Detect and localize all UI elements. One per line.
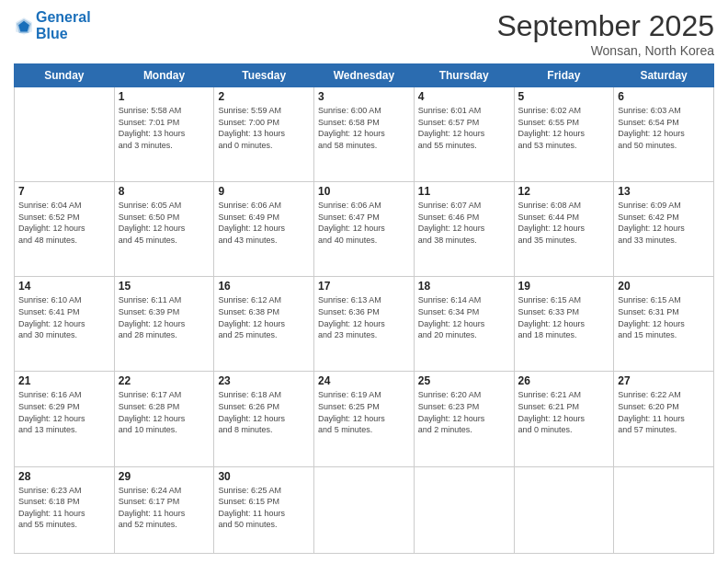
calendar-header-row: SundayMondayTuesdayWednesdayThursdayFrid… — [15, 64, 714, 87]
calendar-week-row: 28Sunrise: 6:23 AM Sunset: 6:18 PM Dayli… — [15, 466, 714, 553]
day-number: 24 — [318, 374, 410, 387]
day-info: Sunrise: 6:23 AM Sunset: 6:18 PM Dayligh… — [18, 485, 110, 531]
day-info: Sunrise: 6:07 AM Sunset: 6:46 PM Dayligh… — [418, 200, 510, 246]
day-number: 14 — [18, 280, 110, 293]
day-info: Sunrise: 6:25 AM Sunset: 6:15 PM Dayligh… — [218, 485, 310, 531]
day-number: 5 — [518, 90, 610, 103]
calendar-cell: 7Sunrise: 6:04 AM Sunset: 6:52 PM Daylig… — [15, 182, 115, 277]
day-number: 18 — [418, 280, 510, 293]
calendar-cell: 14Sunrise: 6:10 AM Sunset: 6:41 PM Dayli… — [15, 277, 115, 372]
day-info: Sunrise: 6:06 AM Sunset: 6:47 PM Dayligh… — [318, 200, 410, 246]
day-number: 2 — [218, 90, 310, 103]
day-info: Sunrise: 6:11 AM Sunset: 6:39 PM Dayligh… — [119, 294, 210, 340]
day-number: 10 — [318, 185, 410, 198]
title-block: September 2025 Wonsan, North Korea — [496, 9, 714, 58]
calendar-cell: 22Sunrise: 6:17 AM Sunset: 6:28 PM Dayli… — [114, 372, 214, 466]
calendar-cell — [314, 466, 415, 553]
day-info: Sunrise: 6:04 AM Sunset: 6:52 PM Dayligh… — [18, 200, 110, 246]
calendar-week-row: 1Sunrise: 5:58 AM Sunset: 7:01 PM Daylig… — [15, 87, 714, 182]
day-number: 1 — [119, 90, 210, 103]
day-info: Sunrise: 6:06 AM Sunset: 6:49 PM Dayligh… — [218, 200, 310, 246]
day-header-wednesday: Wednesday — [314, 64, 415, 87]
calendar-cell: 20Sunrise: 6:15 AM Sunset: 6:31 PM Dayli… — [614, 277, 714, 372]
day-number: 3 — [318, 90, 410, 103]
calendar-cell: 16Sunrise: 6:12 AM Sunset: 6:38 PM Dayli… — [214, 277, 314, 372]
day-header-sunday: Sunday — [15, 64, 115, 87]
calendar-cell — [414, 466, 514, 553]
calendar-cell: 17Sunrise: 6:13 AM Sunset: 6:36 PM Dayli… — [314, 277, 415, 372]
calendar-week-row: 14Sunrise: 6:10 AM Sunset: 6:41 PM Dayli… — [15, 277, 714, 372]
day-header-thursday: Thursday — [414, 64, 514, 87]
day-number: 6 — [618, 90, 710, 103]
day-info: Sunrise: 6:19 AM Sunset: 6:25 PM Dayligh… — [318, 389, 410, 435]
calendar-cell: 21Sunrise: 6:16 AM Sunset: 6:29 PM Dayli… — [15, 372, 115, 466]
calendar-cell: 11Sunrise: 6:07 AM Sunset: 6:46 PM Dayli… — [414, 182, 514, 277]
day-info: Sunrise: 6:00 AM Sunset: 6:58 PM Dayligh… — [318, 105, 410, 151]
calendar-cell: 19Sunrise: 6:15 AM Sunset: 6:33 PM Dayli… — [514, 277, 614, 372]
day-info: Sunrise: 6:15 AM Sunset: 6:33 PM Dayligh… — [518, 294, 610, 340]
calendar-cell: 5Sunrise: 6:02 AM Sunset: 6:55 PM Daylig… — [514, 87, 614, 182]
calendar-cell: 12Sunrise: 6:08 AM Sunset: 6:44 PM Dayli… — [514, 182, 614, 277]
calendar-week-row: 7Sunrise: 6:04 AM Sunset: 6:52 PM Daylig… — [15, 182, 714, 277]
calendar-cell: 27Sunrise: 6:22 AM Sunset: 6:20 PM Dayli… — [614, 372, 714, 466]
calendar-cell: 4Sunrise: 6:01 AM Sunset: 6:57 PM Daylig… — [414, 87, 514, 182]
day-number: 25 — [418, 374, 510, 387]
day-number: 4 — [418, 90, 510, 103]
calendar-cell: 29Sunrise: 6:24 AM Sunset: 6:17 PM Dayli… — [114, 466, 214, 553]
header: General Blue September 2025 Wonsan, Nort… — [14, 9, 714, 58]
day-number: 15 — [119, 280, 210, 293]
day-info: Sunrise: 5:59 AM Sunset: 7:00 PM Dayligh… — [218, 105, 310, 151]
day-number: 22 — [119, 374, 210, 387]
calendar-cell: 10Sunrise: 6:06 AM Sunset: 6:47 PM Dayli… — [314, 182, 415, 277]
calendar-cell: 2Sunrise: 5:59 AM Sunset: 7:00 PM Daylig… — [214, 87, 314, 182]
month-title: September 2025 — [496, 9, 714, 43]
day-number: 26 — [518, 374, 610, 387]
day-number: 17 — [318, 280, 410, 293]
calendar-cell: 6Sunrise: 6:03 AM Sunset: 6:54 PM Daylig… — [614, 87, 714, 182]
logo-text: General Blue — [36, 9, 91, 41]
calendar-cell: 18Sunrise: 6:14 AM Sunset: 6:34 PM Dayli… — [414, 277, 514, 372]
calendar-cell: 24Sunrise: 6:19 AM Sunset: 6:25 PM Dayli… — [314, 372, 415, 466]
location: Wonsan, North Korea — [496, 43, 714, 58]
calendar-cell: 15Sunrise: 6:11 AM Sunset: 6:39 PM Dayli… — [114, 277, 214, 372]
calendar-cell: 9Sunrise: 6:06 AM Sunset: 6:49 PM Daylig… — [214, 182, 314, 277]
day-info: Sunrise: 6:08 AM Sunset: 6:44 PM Dayligh… — [518, 200, 610, 246]
day-info: Sunrise: 5:58 AM Sunset: 7:01 PM Dayligh… — [119, 105, 210, 151]
day-info: Sunrise: 6:24 AM Sunset: 6:17 PM Dayligh… — [119, 485, 210, 531]
day-number: 27 — [618, 374, 710, 387]
calendar-cell: 25Sunrise: 6:20 AM Sunset: 6:23 PM Dayli… — [414, 372, 514, 466]
calendar-cell: 3Sunrise: 6:00 AM Sunset: 6:58 PM Daylig… — [314, 87, 415, 182]
day-number: 23 — [218, 374, 310, 387]
day-info: Sunrise: 6:09 AM Sunset: 6:42 PM Dayligh… — [618, 200, 710, 246]
day-number: 29 — [119, 470, 210, 483]
calendar-week-row: 21Sunrise: 6:16 AM Sunset: 6:29 PM Dayli… — [15, 372, 714, 466]
day-info: Sunrise: 6:17 AM Sunset: 6:28 PM Dayligh… — [119, 389, 210, 435]
day-header-monday: Monday — [114, 64, 214, 87]
logo: General Blue — [14, 9, 91, 41]
day-number: 28 — [18, 470, 110, 483]
day-number: 21 — [18, 374, 110, 387]
day-info: Sunrise: 6:05 AM Sunset: 6:50 PM Dayligh… — [119, 200, 210, 246]
day-info: Sunrise: 6:02 AM Sunset: 6:55 PM Dayligh… — [518, 105, 610, 151]
day-number: 7 — [18, 185, 110, 198]
day-info: Sunrise: 6:16 AM Sunset: 6:29 PM Dayligh… — [18, 389, 110, 435]
calendar-cell: 13Sunrise: 6:09 AM Sunset: 6:42 PM Dayli… — [614, 182, 714, 277]
day-info: Sunrise: 6:20 AM Sunset: 6:23 PM Dayligh… — [418, 389, 510, 435]
day-number: 9 — [218, 185, 310, 198]
calendar-cell: 26Sunrise: 6:21 AM Sunset: 6:21 PM Dayli… — [514, 372, 614, 466]
day-header-saturday: Saturday — [614, 64, 714, 87]
calendar-cell: 30Sunrise: 6:25 AM Sunset: 6:15 PM Dayli… — [214, 466, 314, 553]
day-number: 8 — [119, 185, 210, 198]
day-info: Sunrise: 6:14 AM Sunset: 6:34 PM Dayligh… — [418, 294, 510, 340]
day-info: Sunrise: 6:01 AM Sunset: 6:57 PM Dayligh… — [418, 105, 510, 151]
day-number: 13 — [618, 185, 710, 198]
day-info: Sunrise: 6:03 AM Sunset: 6:54 PM Dayligh… — [618, 105, 710, 151]
day-number: 20 — [618, 280, 710, 293]
logo-icon — [14, 16, 34, 36]
calendar-cell — [15, 87, 115, 182]
day-number: 11 — [418, 185, 510, 198]
day-info: Sunrise: 6:22 AM Sunset: 6:20 PM Dayligh… — [618, 389, 710, 435]
day-info: Sunrise: 6:12 AM Sunset: 6:38 PM Dayligh… — [218, 294, 310, 340]
calendar-cell: 28Sunrise: 6:23 AM Sunset: 6:18 PM Dayli… — [15, 466, 115, 553]
day-info: Sunrise: 6:10 AM Sunset: 6:41 PM Dayligh… — [18, 294, 110, 340]
